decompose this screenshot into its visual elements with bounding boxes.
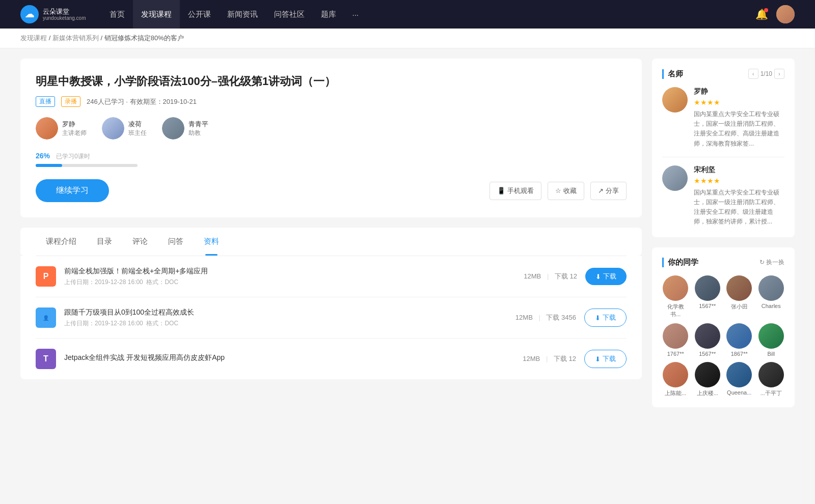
classmate-0[interactable]: 化学教书... [662,275,689,318]
mobile-watch-button[interactable]: 📱 手机观看 [490,182,541,200]
classmate-7[interactable]: Bill [758,323,785,357]
teacher-2-avatar [162,117,184,139]
refresh-label: 换一换 [766,258,784,267]
navigation: ☁ 云朵课堂 yundouketang.com 首页 发现课程 公开课 新闻资讯… [0,0,815,29]
teacher-0-avatar [36,117,58,139]
classmate-4[interactable]: 1767** [662,323,689,357]
logo-text: 云朵课堂 yundouketang.com [43,8,86,21]
user-avatar[interactable] [776,5,795,23]
teacher-0-info: 罗静 主讲老师 [62,120,87,137]
resource-icon-1: 👤 [36,307,56,328]
classmate-avatar-10 [726,362,752,387]
classmate-name-0: 化学教书... [662,303,689,318]
tab-catalog[interactable]: 目录 [87,228,122,256]
resource-icon-2: T [36,349,56,369]
resource-stats-2: 12MB | 下载 12 [523,354,576,363]
breadcrumb: 发现课程 / 新媒体营销系列 / 销冠修炼术搞定80%的客户 [0,29,815,48]
mobile-label: 手机观看 [507,186,534,195]
classmate-6[interactable]: 1867** [726,323,753,357]
nav-item-public[interactable]: 公开课 [180,0,219,29]
btn-actions: 📱 手机观看 ☆ 收藏 ↗ 分享 [490,182,627,200]
classmate-name-9: 上庆楼... [697,389,718,397]
breadcrumb-series[interactable]: 新媒体营销系列 [52,34,99,42]
classmate-8[interactable]: 上陈能... [662,362,689,397]
nav-item-quiz[interactable]: 题库 [313,0,344,29]
nav-item-news[interactable]: 新闻资讯 [219,0,266,29]
notification-bell[interactable]: 🔔 [755,8,768,20]
nav-item-discover[interactable]: 发现课程 [133,0,180,29]
classmates-card: 你的同学 ↻ 换一换 化学教书... 1567** 张小田 [652,247,795,407]
resource-item-0: P 前端全栈加强版！前端全栈+全周期+多端应用 上传日期：2019-12-28 … [36,256,627,297]
teacher-0: 罗静 主讲老师 [36,117,87,139]
logo-icon: ☁ [20,5,39,23]
tab-qa[interactable]: 问答 [158,228,194,256]
classmate-name-2: 张小田 [731,303,748,311]
classmate-11[interactable]: ...干平丁 [758,362,785,397]
classmate-9[interactable]: 上庆楼... [694,362,721,397]
resource-name-1: 跟随千万级项目从0到100全过程高效成长 [64,308,507,317]
teacher-side-1: 宋利坚 ★★★★ 国内某重点大学安全工程专业硕士，国家一级注册消防工程师、注册安… [662,165,784,227]
share-label: 分享 [606,186,619,195]
teacher-1-info: 凌荷 班主任 [128,120,147,137]
resource-meta-0: 上传日期：2019-12-28 16:00 格式：DOC [64,278,515,287]
course-meta: 直播 录播 246人已学习 · 有效期至：2019-10-21 [36,96,627,107]
pagination-prev[interactable]: ‹ [748,69,758,79]
star-icon: ☆ [555,187,561,194]
progress-pct: 26% [36,152,50,160]
share-button[interactable]: ↗ 分享 [590,182,627,200]
teachers-side-title: 名师 [662,69,683,79]
course-card: 明星中教授课，小学阶段语法100分–强化级第1讲动词（一） 直播 录播 246人… [20,59,642,217]
classmate-5[interactable]: 1567** [694,323,721,357]
classmate-name-5: 1567** [699,351,716,357]
classmates-title: 你的同学 [662,258,698,267]
refresh-button[interactable]: ↻ 换一换 [759,258,784,267]
teacher-1-role: 班主任 [128,129,147,137]
teachers-side-card: 名师 ‹ 1/10 › 罗静 ★★★★ 国内某重点大学安全工程专业硕士，国家一级… [652,59,795,237]
badge-live: 直播 [36,96,55,107]
teacher-2-role: 助教 [188,129,208,137]
download-icon-2: ⬇ [595,355,601,363]
tab-review[interactable]: 评论 [122,228,158,256]
pagination-next[interactable]: › [774,69,784,79]
classmate-avatar-5 [695,323,720,349]
logo[interactable]: ☁ 云朵课堂 yundouketang.com [20,5,86,23]
tabs: 课程介绍 目录 评论 问答 资料 [36,228,627,256]
classmate-2[interactable]: 张小田 [726,275,753,318]
tab-resource[interactable]: 资料 [194,228,229,256]
action-row: 继续学习 📱 手机观看 ☆ 收藏 ↗ 分享 [36,179,627,202]
resource-info-1: 跟随千万级项目从0到100全过程高效成长 上传日期：2019-12-28 16:… [64,308,507,328]
tab-intro[interactable]: 课程介绍 [36,228,87,256]
classmate-avatar-4 [663,323,688,349]
resource-item-1: 👤 跟随千万级项目从0到100全过程高效成长 上传日期：2019-12-28 1… [36,297,627,339]
continue-button[interactable]: 继续学习 [36,179,109,202]
badge-replay: 录播 [61,96,80,107]
teacher-side-desc-1: 国内某重点大学安全工程专业硕士，国家一级注册消防工程师、注册安全工程师、级注册建… [694,188,784,227]
classmate-10[interactable]: Queena... [726,362,753,397]
resource-meta-1: 上传日期：2019-12-28 16:00 格式：DOC [64,319,507,328]
nav-item-more[interactable]: ··· [344,0,367,29]
classmate-avatar-3 [758,275,784,301]
classmate-3[interactable]: Charles [758,275,785,318]
download-button-2[interactable]: ⬇ 下载 [584,350,627,368]
classmate-1[interactable]: 1567** [694,275,721,318]
teacher-side-name-1: 宋利坚 [694,165,784,175]
teacher-side-name-0: 罗静 [694,87,784,96]
refresh-icon: ↻ [759,259,765,266]
classmate-avatar-8 [663,362,688,387]
notification-dot [764,8,768,12]
nav-item-qa[interactable]: 问答社区 [266,0,313,29]
course-title: 明星中教授课，小学阶段语法100分–强化级第1讲动词（一） [36,74,627,89]
nav-right: 🔔 [755,5,795,23]
classmate-name-11: ...干平丁 [760,389,782,397]
nav-item-home[interactable]: 首页 [101,0,133,29]
download-button-1[interactable]: ⬇ 下载 [584,309,627,327]
download-button-0[interactable]: ⬇ 下载 [585,268,627,285]
progress-section: 26% 已学习0课时 [36,152,627,167]
teacher-side-avatar-0 [662,87,688,113]
download-icon-1: ⬇ [595,314,601,322]
breadcrumb-discover[interactable]: 发现课程 [20,34,47,42]
teacher-side-avatar-1 [662,165,688,191]
collect-button[interactable]: ☆ 收藏 [548,182,584,200]
right-panel: 名师 ‹ 1/10 › 罗静 ★★★★ 国内某重点大学安全工程专业硕士，国家一级… [652,59,795,417]
classmate-name-6: 1867** [731,351,748,357]
